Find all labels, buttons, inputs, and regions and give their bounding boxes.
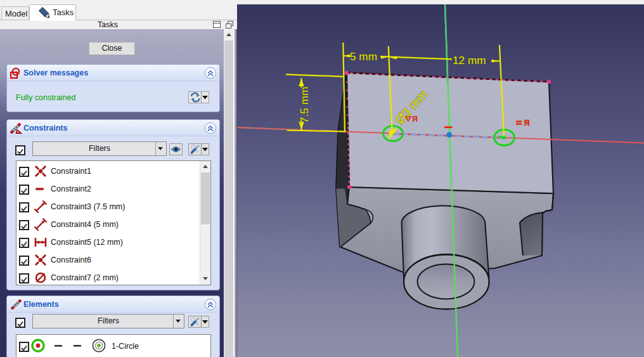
svg-text:Я: Я bbox=[412, 115, 418, 124]
svg-text:5 mm: 5 mm bbox=[350, 50, 377, 63]
svg-text:7.5 mm: 7.5 mm bbox=[298, 87, 311, 123]
svg-text:12 mm: 12 mm bbox=[453, 54, 486, 67]
svg-text:Я: Я bbox=[524, 119, 530, 127]
